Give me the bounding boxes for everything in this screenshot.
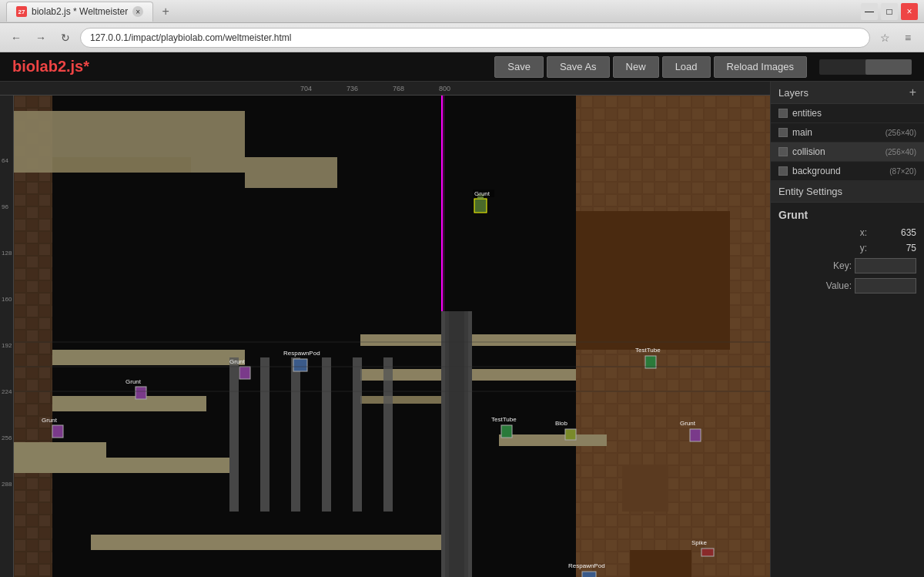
svg-text:TestTube: TestTube: [635, 347, 661, 354]
scroll-thumb-h: [865, 59, 912, 75]
logo-text: biolab2.js: [12, 58, 83, 75]
layers-title: Layers: [778, 87, 808, 99]
entity-y-value: 75: [870, 243, 916, 253]
layer-dim-main: (256×40): [886, 129, 916, 137]
entity-value-label: Value:: [778, 280, 852, 291]
svg-rect-8: [52, 350, 245, 365]
svg-rect-33: [474, 199, 487, 213]
svg-text:Grunt: Grunt: [42, 417, 58, 424]
svg-rect-10: [14, 442, 106, 458]
menu-button[interactable]: ≡: [898, 28, 918, 48]
new-tab-button[interactable]: +: [156, 2, 175, 21]
main-content: 704 736 768 800 64 96 128 160 192 224 25…: [0, 82, 924, 577]
entity-field-key: Key:: [778, 258, 916, 273]
svg-rect-53: [501, 425, 512, 438]
browser-tab[interactable]: 27 biolab2.js * Weltmeister ×: [6, 2, 153, 22]
browser-titlebar: 27 biolab2.js * Weltmeister × + — □ ×: [0, 0, 924, 23]
svg-rect-24: [260, 357, 270, 512]
toolbar-icons: ☆ ≡: [875, 28, 918, 48]
add-layer-button[interactable]: +: [909, 86, 916, 99]
canvas-area[interactable]: 704 736 768 800 64 96 128 160 192 224 25…: [0, 82, 770, 577]
svg-rect-61: [701, 548, 714, 556]
svg-rect-37: [136, 387, 146, 399]
ruler-mark-96: 96: [2, 203, 8, 210]
svg-rect-27: [353, 357, 362, 512]
back-button[interactable]: ←: [6, 28, 26, 48]
ruler-mark-64: 64: [2, 157, 8, 164]
svg-rect-14: [360, 396, 453, 404]
entity-value-input[interactable]: [855, 278, 916, 294]
ruler-mark-704: 704: [300, 85, 312, 92]
layer-dim-collision: (256×40): [886, 148, 916, 156]
svg-rect-17: [499, 434, 607, 446]
layer-checkbox-collision[interactable]: [778, 147, 788, 156]
svg-rect-28: [383, 357, 393, 512]
layer-checkbox-entities[interactable]: [778, 109, 788, 118]
layer-checkbox-background[interactable]: [778, 166, 788, 176]
layer-item-main[interactable]: main (256×40): [771, 123, 924, 143]
new-button[interactable]: New: [613, 56, 659, 78]
layer-name-collision: collision: [792, 146, 881, 157]
tab-close-button[interactable]: ×: [132, 6, 143, 17]
svg-text:RespawnPod: RespawnPod: [568, 562, 605, 569]
ruler-mark-768: 768: [393, 85, 404, 92]
layer-name-entities: entities: [792, 108, 916, 119]
address-bar[interactable]: [80, 28, 870, 48]
right-panel: Layers + entities main (256×40) collisio…: [770, 82, 924, 577]
layer-checkbox-main[interactable]: [778, 128, 788, 137]
svg-rect-31: [449, 311, 464, 577]
entity-key-input[interactable]: [855, 258, 916, 273]
ruler-mark-256: 256: [2, 434, 12, 441]
ruler-mark-736: 736: [346, 85, 358, 92]
svg-rect-23: [229, 357, 239, 512]
entity-settings-header: Entity Settings: [771, 181, 924, 203]
reload-images-button[interactable]: Reload Images: [714, 56, 807, 78]
app-container: biolab2.js* Save Save As New Load Reload…: [0, 52, 924, 577]
ruler-vertical: 64 96 128 160 192 224 256 288: [0, 96, 14, 577]
forward-button[interactable]: →: [31, 28, 51, 48]
app-header: biolab2.js* Save Save As New Load Reload…: [0, 52, 924, 82]
maximize-button[interactable]: □: [881, 3, 898, 20]
svg-rect-32: [576, 211, 730, 350]
svg-rect-51: [645, 356, 656, 368]
game-world-svg: Grunt Grunt Grunt Grunt Grunt Grunt Re: [14, 96, 770, 577]
svg-rect-47: [293, 359, 307, 371]
svg-rect-25: [291, 357, 300, 512]
star-button[interactable]: ☆: [875, 28, 895, 48]
entity-x-label: x:: [778, 227, 867, 238]
layer-item-entities[interactable]: entities: [771, 104, 924, 123]
svg-rect-39: [239, 367, 250, 379]
svg-text:Grunt: Grunt: [680, 420, 696, 427]
svg-rect-43: [690, 429, 701, 441]
svg-rect-41: [52, 425, 63, 438]
tab-favicon: 27: [16, 6, 27, 17]
svg-text:Grunt: Grunt: [126, 378, 142, 385]
layer-name-main: main: [792, 127, 881, 138]
close-button[interactable]: ×: [901, 3, 918, 20]
ruler-mark-160: 160: [2, 296, 12, 303]
svg-text:RespawnPod: RespawnPod: [283, 350, 320, 357]
save-button[interactable]: Save: [494, 56, 544, 78]
entity-name: Grunt: [778, 209, 916, 221]
minimize-button[interactable]: —: [861, 3, 878, 20]
svg-rect-22: [630, 550, 691, 577]
entity-field-value: Value:: [778, 278, 916, 294]
ruler-mark-128: 128: [2, 250, 12, 257]
svg-rect-59: [565, 429, 576, 440]
ruler-mark-288: 288: [2, 481, 12, 488]
load-button[interactable]: Load: [662, 56, 711, 78]
reload-button[interactable]: ↻: [55, 28, 75, 48]
svg-rect-4: [245, 157, 337, 188]
svg-text:TestTube: TestTube: [491, 416, 517, 423]
svg-rect-5: [52, 157, 191, 173]
svg-rect-49: [582, 572, 596, 577]
save-as-button[interactable]: Save As: [547, 56, 610, 78]
layer-name-background: background: [792, 166, 885, 176]
ruler-mark-800: 800: [439, 85, 450, 92]
layer-item-background[interactable]: background (87×20): [771, 162, 924, 181]
browser-toolbar: ← → ↻ ☆ ≡: [0, 23, 924, 52]
layer-dim-background: (87×20): [889, 167, 916, 176]
entity-field-x: x: 635: [778, 227, 916, 238]
layer-item-collision[interactable]: collision (256×40): [771, 143, 924, 162]
entity-y-label: y:: [778, 243, 867, 253]
